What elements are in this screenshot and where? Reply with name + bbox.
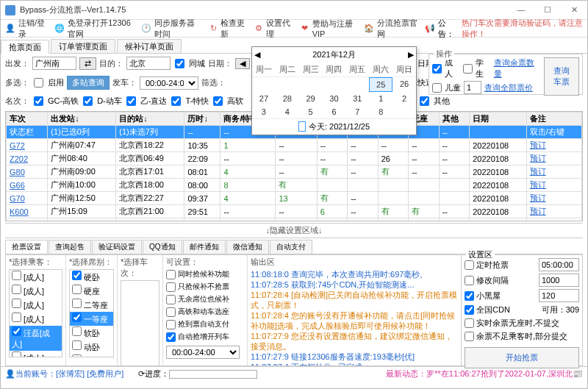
tb-update[interactable]: 检查更新 — [220, 18, 248, 40]
collapse-bar[interactable]: ↓隐藏设置区域↓ — [5, 223, 583, 238]
passenger-item[interactable]: [成人] — [10, 270, 62, 284]
cal-day[interactable]: 8 — [369, 105, 392, 118]
table-row[interactable]: G80广州南09:00北京西17:0108:014--有--有----20220… — [7, 165, 582, 179]
tb-login[interactable]: 注销/登录 — [18, 18, 47, 40]
t-check[interactable] — [171, 96, 181, 106]
multi-query-button[interactable]: 多站查询 — [67, 76, 110, 90]
table-row[interactable]: G66广州南10:00北京西18:0008:008有20220108预订 — [7, 179, 582, 192]
table-header[interactable]: 目的站↓ — [116, 113, 184, 126]
cal-day[interactable]: 7 — [345, 105, 369, 118]
realtime-check[interactable] — [465, 318, 474, 328]
cal-today[interactable]: 今天: 2021/12/25 — [309, 122, 370, 131]
seat-item[interactable]: 无座 — [70, 354, 113, 357]
option-item[interactable]: 高铁和动车选座 — [166, 307, 244, 317]
cal-day[interactable] — [345, 77, 369, 92]
query-button[interactable]: 查询 车票 — [544, 57, 579, 96]
adult-check[interactable] — [432, 64, 442, 74]
from-input[interactable] — [32, 57, 76, 70]
same-city-check[interactable] — [175, 59, 184, 68]
passenger-item[interactable]: [成人] — [10, 351, 62, 357]
cal-day[interactable] — [392, 105, 416, 118]
cal-day[interactable]: 26 — [392, 77, 416, 92]
table-row[interactable]: G70广州南12:50北京西22:2709:37413有--20220108预订 — [7, 192, 582, 205]
cal-day[interactable]: 30 — [323, 92, 346, 105]
table-header[interactable]: 日期 — [470, 113, 527, 126]
cal-day[interactable]: 5 — [299, 105, 323, 118]
cal-day[interactable]: 25 — [369, 77, 392, 92]
passenger-item[interactable]: [成人] — [10, 298, 62, 312]
cal-day[interactable]: 1 — [369, 92, 392, 105]
start-button[interactable]: 开始抢票 — [465, 347, 579, 368]
seat-item[interactable]: 软卧 — [70, 326, 113, 340]
passenger-item[interactable]: 汪磊[成人] — [10, 326, 62, 351]
timed-check[interactable] — [465, 260, 474, 270]
status-cell[interactable]: -- — [439, 126, 470, 139]
tab-grab[interactable]: 抢票页面 — [1, 40, 49, 54]
seat-list[interactable]: 硬卧 硬座 二等座 一等座 软卧 动卧 无座 商务座 特等座 — [69, 269, 114, 357]
table-header[interactable]: 历时↓ — [184, 113, 220, 126]
table-row[interactable]: G72广州南07:47北京西18:2210:351------------202… — [7, 139, 582, 152]
cal-day[interactable]: 6 — [323, 105, 346, 118]
cal-day[interactable]: 28 — [276, 92, 299, 105]
btab-5[interactable]: 微信通知 — [226, 240, 269, 254]
depart-select[interactable]: 00:00-24:00 — [140, 76, 198, 90]
passenger-item[interactable]: [成人] — [10, 284, 62, 298]
cdn-check[interactable] — [465, 305, 474, 315]
btab-2[interactable]: 验证码设置 — [92, 240, 142, 254]
btab-0[interactable]: 抢票设置 — [5, 240, 48, 254]
other2-check[interactable] — [420, 96, 429, 106]
seat-item[interactable]: 硬卧 — [70, 270, 113, 284]
minimize-button[interactable]: — — [512, 5, 530, 15]
cal-day[interactable]: 4 — [276, 105, 299, 118]
calendar-popup[interactable]: ◀ 2021年12月 ▶ 周一周二周三周四周五周六周日2526272829303… — [251, 46, 417, 135]
date-prev[interactable]: ◀ — [235, 58, 250, 69]
swap-button[interactable]: ⇄ — [79, 57, 96, 70]
option-item[interactable]: 无余席位也候补 — [166, 294, 244, 304]
table-header[interactable]: 备注 — [526, 113, 581, 126]
timed-input[interactable] — [539, 258, 579, 271]
enable-check[interactable] — [34, 78, 43, 88]
btab-1[interactable]: 查询起售 — [49, 240, 91, 254]
passenger-item[interactable]: [成人] — [10, 312, 62, 326]
passenger-list[interactable]: [成人] [成人] [成人] [成人] 汪磊[成人] [成人] [成人] — [9, 269, 62, 357]
table-row[interactable]: Z202广州08:40北京西06:4922:09--------26----20… — [7, 152, 582, 165]
btab-3[interactable]: QQ通知 — [143, 240, 182, 254]
opt-time[interactable]: 00:00-24:00 — [166, 346, 240, 359]
cal-day[interactable] — [323, 77, 346, 92]
link-ticket-count[interactable]: 查询余票数量 — [494, 57, 539, 79]
table-header[interactable]: 车次 — [7, 113, 48, 126]
cal-day[interactable] — [299, 77, 323, 92]
tb-12306[interactable]: 免登录打开12306官网 — [68, 18, 134, 40]
status-cell[interactable]: (1)已选0列 — [48, 126, 116, 139]
status-cell[interactable]: -- — [184, 126, 220, 139]
option-item[interactable]: 抢到票自动支付 — [166, 319, 244, 329]
cal-day[interactable]: 31 — [345, 92, 369, 105]
tb-sync[interactable]: 同步服务器时间 — [154, 18, 201, 40]
cal-day[interactable] — [276, 77, 299, 92]
link-all-price[interactable]: 查询全部票价 — [484, 82, 533, 93]
interval-check[interactable] — [465, 276, 474, 285]
status-cell[interactable]: 双击/右键 — [526, 126, 581, 139]
option-item[interactable]: 自动抢增开列车 — [166, 332, 244, 342]
tb-proxy[interactable]: 设置代理 — [266, 18, 293, 40]
z-check[interactable] — [126, 96, 136, 106]
close-button[interactable]: ✕ — [565, 5, 583, 15]
status-cell[interactable]: (1)未选7列 — [116, 126, 184, 139]
d-check[interactable] — [83, 96, 93, 106]
train-list[interactable] — [121, 280, 159, 365]
child-check[interactable] — [432, 83, 442, 93]
cal-day[interactable]: 3 — [252, 105, 276, 118]
tab-waitlist[interactable]: 候补订单页面 — [117, 39, 182, 53]
table-header[interactable]: 其他 — [439, 113, 470, 126]
seat-item[interactable]: 一等座 — [70, 312, 113, 326]
btab-6[interactable]: 自动支付 — [270, 240, 312, 254]
option-item[interactable]: 只抢候补不抢票 — [166, 282, 244, 292]
remain-check[interactable] — [465, 332, 474, 341]
gr-check[interactable] — [213, 96, 223, 106]
tb-site[interactable]: 分流抢票官网 — [377, 18, 417, 40]
seat-item[interactable]: 二等座 — [70, 298, 113, 312]
btab-4[interactable]: 邮件通知 — [183, 240, 226, 254]
table-row[interactable]: Z36广州16:00北京西13:4421:44----14--20220108预… — [7, 218, 582, 222]
seat-item[interactable]: 硬座 — [70, 284, 113, 298]
status-cell[interactable]: 状态栏 — [7, 126, 48, 139]
